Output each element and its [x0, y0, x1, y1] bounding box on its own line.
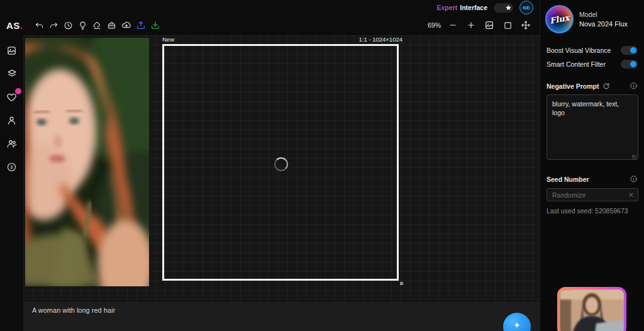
logo-dot: .: [20, 20, 23, 31]
seed-info-icon[interactable]: [630, 175, 638, 183]
image-frame-icon: [484, 20, 494, 30]
app-window: Expert Interface NE AS.: [0, 0, 644, 331]
model-logo: Flux: [545, 5, 574, 33]
seed-header: Seed Number: [547, 175, 638, 183]
canvas-dimensions-label: 1:1 - 1024×1024: [359, 36, 402, 43]
upload-icon: [136, 20, 146, 30]
undo-button[interactable]: [33, 18, 46, 32]
webcam-video: [560, 289, 624, 331]
person-icon: [6, 115, 17, 126]
layers-icon: [6, 68, 18, 79]
eraser-icon: [92, 21, 102, 30]
canvas-workspace[interactable]: New 1:1 - 1024×1024: [23, 35, 540, 301]
negative-prompt-input[interactable]: blurry, watermark, text, logo: [547, 94, 638, 160]
briefcase-icon: [107, 21, 116, 30]
seed-label: Seed Number: [547, 176, 589, 183]
download-icon: [150, 20, 160, 30]
download-button[interactable]: [149, 18, 162, 32]
redo-icon: [49, 21, 58, 30]
expert-interface-label: Expert Interface: [437, 4, 487, 11]
generated-image[interactable]: [25, 38, 149, 286]
sparkle-icon: [511, 320, 523, 331]
settings-panel: Flux Model Nova 2024 Flux Boost Visual V…: [540, 0, 644, 331]
prompt-bar[interactable]: A woman with long red hair: [23, 301, 540, 331]
zoom-in-button[interactable]: [465, 18, 477, 32]
canvas-status-label: New: [162, 36, 174, 43]
notification-badge: [15, 88, 21, 94]
sidebar-item-gallery[interactable]: [5, 44, 19, 57]
assets-button[interactable]: [106, 18, 118, 32]
model-name: Nova 2024 Flux: [579, 20, 628, 28]
toolbar-row: AS. 69%: [0, 15, 540, 35]
prompt-text[interactable]: A woman with long red hair: [32, 306, 115, 314]
webcam-art: [560, 289, 624, 331]
zoom-out-button[interactable]: [447, 18, 459, 32]
move-icon: [521, 20, 531, 30]
image-icon: [6, 45, 17, 56]
toggle-knob: [630, 47, 636, 53]
tool-buttons: [33, 18, 162, 32]
last-used-seed: Last used seed: 520859673: [547, 207, 638, 215]
seed-input[interactable]: [547, 188, 638, 201]
model-meta: Model Nova 2024 Flux: [579, 11, 628, 28]
redo-button[interactable]: [48, 18, 60, 32]
eraser-button[interactable]: [91, 18, 104, 32]
negative-prompt-info-icon[interactable]: [630, 82, 638, 90]
flux-logo-text: Flux: [549, 13, 570, 25]
pan-button[interactable]: [519, 18, 532, 32]
view-controls: 69%: [428, 18, 540, 32]
clear-icon[interactable]: [627, 191, 635, 198]
history-icon: [64, 21, 73, 30]
cloud-upload-button[interactable]: [120, 18, 133, 32]
cloud-upload-icon: [121, 20, 131, 30]
webcam-preview[interactable]: [557, 287, 626, 331]
textarea-resize-handle[interactable]: [632, 155, 636, 159]
ideas-button[interactable]: [77, 18, 89, 32]
toggle-row-vibrance: Boost Visual Vibrance: [547, 43, 638, 57]
upload-button[interactable]: [135, 18, 147, 32]
people-icon: [6, 138, 18, 149]
fit-canvas-button[interactable]: [501, 18, 514, 32]
left-sidebar: $: [0, 35, 23, 331]
lightbulb-icon: [78, 21, 87, 30]
svg-text:$: $: [11, 165, 13, 170]
frame-resize-handle[interactable]: [400, 282, 403, 285]
refresh-icon[interactable]: [602, 82, 610, 90]
expert-mode-toggle[interactable]: [494, 3, 513, 13]
history-button[interactable]: [62, 18, 75, 32]
negative-prompt-label: Negative Prompt: [547, 82, 599, 90]
vibrance-toggle-label: Boost Visual Vibrance: [547, 47, 611, 54]
toggle-row-filter: Smart Content Filter: [547, 57, 638, 71]
sidebar-item-layers[interactable]: [5, 67, 19, 80]
canvas-header: New 1:1 - 1024×1024: [162, 36, 402, 43]
generated-image-art: [25, 38, 149, 286]
user-avatar[interactable]: NE: [519, 1, 533, 14]
toggle-knob: [630, 61, 636, 67]
top-bar: Expert Interface NE AS.: [0, 0, 540, 35]
app-logo: AS.: [6, 20, 23, 31]
square-icon: [503, 21, 513, 30]
zoom-level: 69%: [428, 21, 441, 29]
expert-label: Expert: [437, 4, 458, 11]
loading-spinner: [274, 157, 288, 171]
minus-icon: [448, 21, 457, 30]
sidebar-item-credits[interactable]: $: [5, 160, 19, 173]
model-selector[interactable]: Flux Model Nova 2024 Flux: [540, 0, 644, 33]
seed-field-wrap: [547, 188, 638, 201]
star-icon: [505, 4, 512, 11]
sidebar-item-favorites[interactable]: [5, 91, 19, 103]
interface-label: Interface: [460, 4, 487, 11]
content-filter-toggle-label: Smart Content Filter: [547, 60, 606, 68]
vibrance-toggle[interactable]: [621, 46, 638, 55]
fit-image-button[interactable]: [483, 18, 496, 32]
plus-icon: [467, 21, 475, 30]
model-label: Model: [579, 11, 628, 18]
negative-prompt-header: Negative Prompt: [547, 82, 638, 90]
content-filter-toggle[interactable]: [621, 60, 638, 69]
sidebar-item-community[interactable]: [5, 137, 19, 150]
sidebar-item-profile[interactable]: [5, 114, 19, 126]
header-row: Expert Interface NE: [0, 0, 540, 15]
negative-prompt-field-wrap: blurry, watermark, text, logo: [547, 94, 638, 162]
undo-icon: [35, 21, 44, 30]
dollar-circle-icon: $: [6, 162, 17, 172]
